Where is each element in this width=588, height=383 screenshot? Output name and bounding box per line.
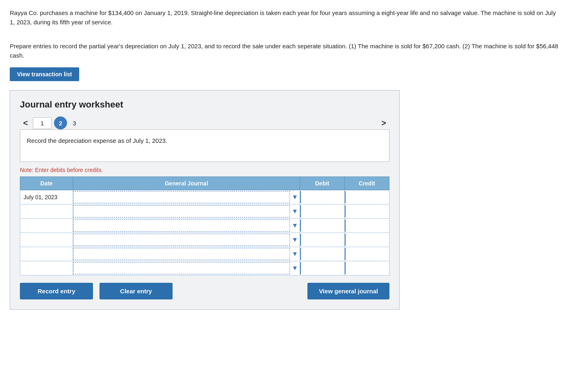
date-value-1: July 01, 2023 (24, 194, 57, 200)
table-header-row: Date General Journal Debit Credit (20, 177, 389, 190)
view-transaction-button[interactable]: View transaction list (10, 67, 79, 81)
tabs-wrapper: 1 2 3 (33, 116, 80, 129)
table-row: ▼ (20, 247, 389, 261)
date-cell-5 (20, 247, 73, 261)
journal-entry-worksheet: Journal entry worksheet < 1 2 3 > Record… (10, 90, 400, 310)
journal-cell-3: ▼ (73, 219, 300, 233)
date-cell-1: July 01, 2023 (20, 190, 73, 204)
credit-input-3[interactable] (345, 219, 389, 232)
journal-table: Date General Journal Debit Credit July 0… (20, 176, 389, 275)
journal-cell-4: ▼ (73, 233, 300, 247)
credit-cell-1 (345, 190, 389, 204)
journal-input-5[interactable] (73, 248, 290, 260)
instruction-text: Record the depreciation expense as of Ju… (27, 137, 167, 144)
credit-cell-4 (345, 233, 389, 247)
date-cell-2 (20, 204, 73, 219)
worksheet-title: Journal entry worksheet (20, 99, 389, 110)
problem-paragraph2: Prepare entries to record the partial ye… (10, 41, 562, 60)
date-cell-6 (20, 261, 73, 275)
credit-cell-5 (345, 247, 389, 261)
record-entry-button[interactable]: Record entry (20, 283, 93, 299)
journal-cell-5: ▼ (73, 247, 300, 261)
debit-input-4[interactable] (300, 234, 344, 246)
table-row: ▼ (20, 204, 389, 219)
action-buttons-row: Record entry Clear entry View general jo… (20, 283, 389, 299)
journal-cell-1: ▼ (73, 190, 300, 204)
table-row: ▼ (20, 233, 389, 247)
journal-input-4[interactable] (73, 234, 290, 246)
credit-cell-6 (345, 261, 389, 275)
debit-cell-6 (300, 261, 345, 275)
debit-input-5[interactable] (300, 248, 344, 260)
journal-input-3[interactable] (73, 219, 290, 232)
journal-cell-2: ▼ (73, 204, 300, 219)
date-cell-4 (20, 233, 73, 247)
debit-cell-1 (300, 190, 345, 204)
col-header-credit: Credit (345, 177, 389, 190)
credit-cell-2 (345, 204, 389, 219)
debit-input-6[interactable] (300, 262, 344, 274)
credit-input-4[interactable] (345, 234, 389, 246)
clear-entry-button[interactable]: Clear entry (99, 283, 173, 299)
table-row: ▼ (20, 219, 389, 233)
debit-input-3[interactable] (300, 219, 344, 232)
dropdown-arrow-5[interactable]: ▼ (290, 250, 300, 258)
dropdown-arrow-6[interactable]: ▼ (290, 264, 300, 273)
journal-input-2[interactable] (73, 205, 290, 217)
tab-3[interactable]: 3 (69, 120, 79, 127)
tab-1[interactable]: 1 (33, 117, 52, 129)
credit-input-6[interactable] (345, 262, 389, 274)
table-row: ▼ (20, 261, 389, 275)
debit-input-1[interactable] (300, 191, 344, 203)
debit-cell-4 (300, 233, 345, 247)
journal-input-1[interactable] (73, 191, 290, 203)
col-header-journal: General Journal (73, 177, 300, 190)
credit-cell-3 (345, 219, 389, 233)
dropdown-arrow-2[interactable]: ▼ (290, 207, 300, 216)
prev-arrow[interactable]: < (20, 117, 31, 129)
debit-cell-5 (300, 247, 345, 261)
debit-cell-2 (300, 204, 345, 219)
tab-2[interactable]: 2 (54, 116, 67, 129)
table-row: July 01, 2023 ▼ (20, 190, 389, 204)
dropdown-arrow-1[interactable]: ▼ (290, 193, 300, 202)
col-header-date: Date (20, 177, 73, 190)
credit-input-5[interactable] (345, 248, 389, 260)
journal-cell-6: ▼ (73, 261, 300, 275)
debit-input-2[interactable] (300, 205, 344, 217)
note-text: Note: Enter debits before credits. (20, 167, 389, 173)
date-cell-3 (20, 219, 73, 233)
view-general-journal-button[interactable]: View general journal (307, 283, 389, 299)
debit-cell-3 (300, 219, 345, 233)
credit-input-2[interactable] (345, 205, 389, 217)
credit-input-1[interactable] (345, 191, 389, 203)
dropdown-arrow-3[interactable]: ▼ (290, 221, 300, 230)
problem-paragraph1: Rayya Co. purchases a machine for $134,4… (10, 8, 562, 27)
journal-input-6[interactable] (73, 262, 290, 274)
instruction-box: Record the depreciation expense as of Ju… (20, 129, 389, 162)
tabs-navigation: < 1 2 3 > (20, 116, 389, 129)
next-arrow[interactable]: > (378, 117, 389, 129)
col-header-debit: Debit (300, 177, 345, 190)
dropdown-arrow-4[interactable]: ▼ (290, 235, 300, 244)
